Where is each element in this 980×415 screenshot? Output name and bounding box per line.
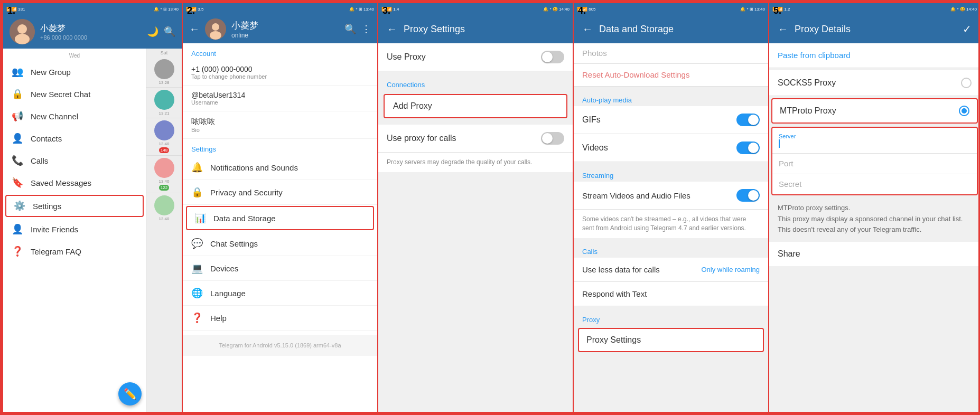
proxy-calls-toggle[interactable] — [541, 132, 564, 145]
videos-row[interactable]: Videos — [574, 134, 768, 162]
privacy-item[interactable]: 🔒 Privacy and Security — [183, 180, 377, 205]
back-icon-3[interactable]: ← — [387, 23, 397, 35]
bio-item[interactable]: 哝哝哝 Bio — [183, 111, 377, 139]
socks5-radio[interactable] — [961, 78, 972, 88]
notifications-item[interactable]: 🔔 Notifications and Sounds — [183, 155, 377, 180]
secret-field[interactable]: Secret — [772, 174, 977, 194]
unread-badge-2: 122 — [159, 185, 169, 191]
gifs-row[interactable]: GIFs — [574, 106, 768, 134]
chat-time-1: 13:28 — [158, 80, 169, 85]
proxy-settings-button[interactable]: Proxy Settings — [578, 328, 764, 352]
status-right-3: 🔔 * 😀 14:40 — [543, 7, 570, 12]
panel4-appbar: ← Data and Storage — [574, 15, 768, 43]
search-icon-2[interactable]: 🔍 — [344, 23, 356, 35]
devices-item[interactable]: 💻 Devices — [183, 256, 377, 281]
proxy-info-body: This proxy may display a sponsored chann… — [778, 214, 972, 234]
menu-item-calls[interactable]: 📞 Calls — [3, 149, 146, 172]
menu-item-new-group[interactable]: 👥 New Group — [3, 61, 146, 83]
use-proxy-toggle[interactable] — [541, 51, 564, 63]
chat-item-5[interactable]: 13:40 — [146, 193, 182, 223]
chat-icon: 💬 — [191, 238, 203, 249]
calls-icon: 📞 — [12, 155, 23, 166]
stream-toggle[interactable] — [736, 189, 760, 202]
menu-item-settings[interactable]: ⚙️ Settings — [5, 195, 144, 217]
menu-label: Contacts — [31, 134, 62, 143]
devices-label: Devices — [210, 264, 238, 273]
paste-button[interactable]: Paste from clipboard — [769, 43, 980, 68]
streaming-header: Streaming — [574, 166, 768, 182]
menu-item-new-channel[interactable]: 📢 New Channel — [3, 105, 146, 127]
menu-label: Invite Friends — [31, 225, 78, 234]
mtproto-radio[interactable] — [959, 106, 969, 116]
username-value: @betaUser1314 — [191, 91, 369, 99]
compose-fab[interactable]: ✏️ — [118, 382, 142, 405]
panel2-avatar — [205, 18, 226, 40]
menu-label: New Channel — [31, 112, 78, 121]
moon-icon[interactable]: 🌙 — [147, 26, 158, 37]
menu-item-faq[interactable]: ❓ Telegram FAQ — [3, 240, 146, 262]
chat-item-3[interactable]: 13:40 148 — [146, 118, 182, 156]
server-cursor — [779, 139, 780, 148]
mtproto-row[interactable]: MTProto Proxy — [771, 98, 978, 124]
settings-icon: ⚙️ — [14, 200, 25, 212]
reset-link[interactable]: Reset Auto-Download Settings — [574, 64, 768, 87]
menu-item-contacts[interactable]: 👤 Contacts — [3, 127, 146, 149]
panel2-title: 小菱梦 — [231, 20, 258, 32]
less-data-label: Use less data for calls — [582, 265, 660, 274]
lock-icon: 🔒 — [12, 88, 23, 100]
proxy-form: Server Port Secret — [771, 127, 978, 195]
back-icon-4[interactable]: ← — [582, 23, 593, 35]
settings-section-header: Settings — [183, 139, 377, 155]
respond-text-row[interactable]: Respond with Text — [574, 282, 768, 306]
chat-item-1[interactable]: 13:28 — [146, 57, 182, 88]
user-phone: +86 000 000 0000 — [40, 34, 142, 41]
svg-point-1 — [17, 24, 27, 34]
search-icon[interactable]: 🔍 — [164, 26, 175, 37]
contacts-icon: 👤 — [12, 133, 23, 144]
panel2-content: Account +1 (000) 000-0000 Tap to change … — [183, 43, 377, 412]
paste-label: Paste from clipboard — [778, 51, 851, 60]
connections-header: Connections — [378, 76, 573, 92]
language-item[interactable]: 🌐 Language — [183, 281, 377, 306]
port-field[interactable]: Port — [772, 154, 977, 174]
avatar-mini-3 — [154, 120, 174, 140]
menu-item-invite[interactable]: 👤 Invite Friends — [3, 218, 146, 240]
chat-settings-item[interactable]: 💬 Chat Settings — [183, 231, 377, 256]
bio-name: 哝哝哝 — [191, 117, 369, 127]
panel3-content: Use Proxy Connections Add Proxy Use prox… — [378, 43, 573, 412]
add-proxy-button[interactable]: Add Proxy — [384, 94, 567, 118]
stream-row[interactable]: Stream Videos and Audio Files — [574, 182, 768, 210]
username-hint: Username — [191, 99, 369, 106]
gap-1 — [378, 71, 573, 76]
server-field[interactable]: Server — [772, 128, 977, 154]
phone-item[interactable]: +1 (000) 000-0000 Tap to change phone nu… — [183, 60, 377, 86]
menu-item-saved[interactable]: 🔖 Saved Messages — [3, 172, 146, 194]
menu-item-secret-chat[interactable]: 🔒 New Secret Chat — [3, 83, 146, 105]
mtproto-label: MTProto Proxy — [780, 106, 836, 116]
avatar-mini-4 — [154, 158, 174, 178]
data-storage-item[interactable]: 📊 Data and Storage — [186, 206, 374, 230]
chat-item-4[interactable]: 13:40 122 — [146, 156, 182, 193]
check-icon[interactable]: ✓ — [963, 23, 972, 35]
share-row[interactable]: Share — [769, 242, 980, 266]
secret-placeholder: Secret — [779, 180, 801, 188]
user-info: 小菱梦 +86 000 000 0000 — [40, 23, 142, 41]
back-icon-2[interactable]: ← — [189, 23, 200, 35]
status-right-4: 🔔 * ⊞ 13:40 — [740, 7, 765, 12]
gifs-toggle[interactable] — [736, 114, 760, 126]
status-right-1: 🔔 * ⊞ 13:40 — [154, 7, 179, 12]
back-icon-5[interactable]: ← — [778, 23, 788, 35]
faq-icon: ❓ — [12, 246, 23, 257]
more-icon-2[interactable]: ⋮ — [361, 23, 371, 35]
proxy-calls-row[interactable]: Use proxy for calls — [378, 125, 573, 153]
proxy-info-title: MTProto proxy settings. — [778, 204, 972, 212]
less-data-row[interactable]: Use less data for calls Only while roami… — [574, 258, 768, 282]
socks5-row[interactable]: SOCKS5 Proxy — [769, 70, 980, 96]
chat-item-2[interactable]: 13:21 — [146, 88, 182, 118]
language-icon: 🌐 — [191, 287, 203, 299]
videos-toggle[interactable] — [736, 142, 760, 154]
panel4-title: Data and Storage — [599, 24, 760, 35]
username-item[interactable]: @betaUser1314 Username — [183, 86, 377, 111]
use-proxy-row[interactable]: Use Proxy — [378, 43, 573, 71]
help-item[interactable]: ❓ Help — [183, 306, 377, 331]
